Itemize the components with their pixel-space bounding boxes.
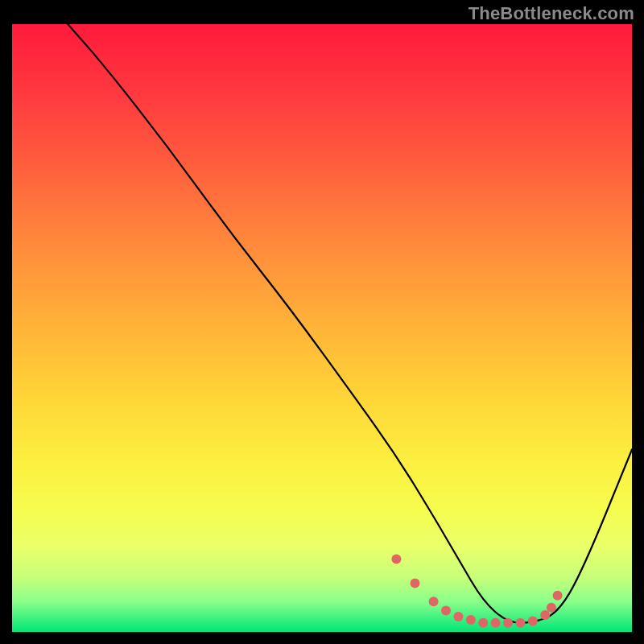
highlight-dot [528,616,538,625]
chart-svg [12,24,632,632]
bottleneck-curve [68,24,632,623]
highlight-dot [466,615,476,625]
highlight-dot [553,591,563,601]
highlight-dot [491,618,501,628]
highlight-dot [429,597,439,606]
highlight-dot [547,603,556,613]
highlight-dot [503,618,513,628]
watermark-text: TheBottleneck.com [469,3,634,24]
chart-frame: TheBottleneck.com [0,0,644,644]
highlight-dot [391,554,401,564]
plot-area [12,24,632,632]
highlight-dot [453,612,463,621]
highlight-dot [411,579,420,588]
highlight-dot [478,618,488,628]
highlight-dot [515,618,525,628]
highlight-dot [540,610,550,620]
highlight-dot [441,606,451,616]
